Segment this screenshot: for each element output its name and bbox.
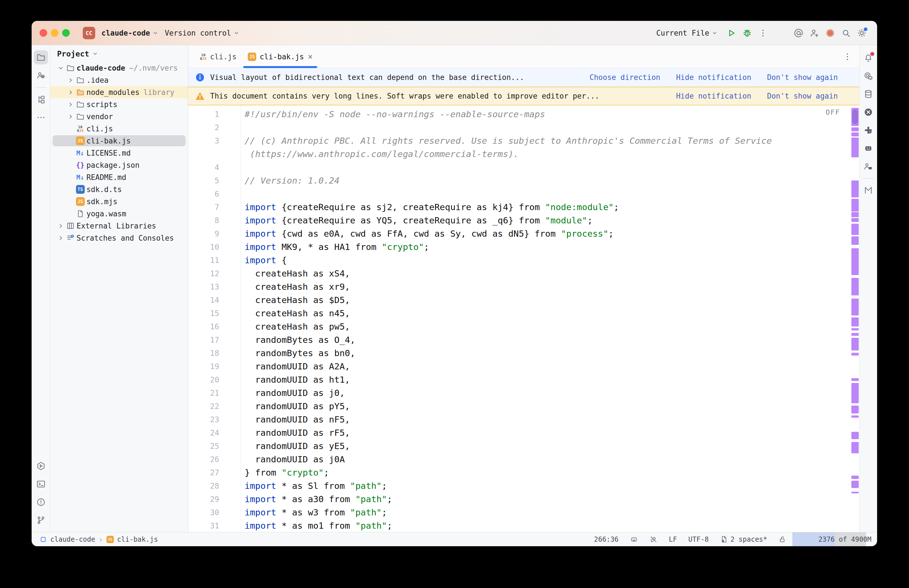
code-line-10[interactable]: 10import MK9, * as HA1 from "crypto";	[188, 240, 859, 254]
banner-link-hide-notification[interactable]: Hide notification	[676, 92, 751, 100]
code-line-7[interactable]: 7import {createRequire as sj2, createReq…	[188, 200, 859, 214]
toolwindow-database-button[interactable]	[861, 87, 875, 101]
code-line-16[interactable]: 16 createHash as pw5,	[188, 320, 859, 333]
highlighting-status[interactable]	[644, 532, 663, 546]
scrollbar-thumb[interactable]	[852, 109, 858, 124]
toolwindow-copilot-button[interactable]	[861, 141, 875, 155]
chevron-right-icon[interactable]	[66, 77, 75, 84]
code-line-12[interactable]: 12 createHash as xS4,	[188, 267, 859, 280]
code-line-15[interactable]: 15 createHash as n45,	[188, 307, 859, 320]
tree-item-sdk-mjs[interactable]: JSsdk.mjs	[50, 195, 188, 208]
code-editor[interactable]: 1#!/usr/bin/env -S node --no-warnings --…	[188, 105, 859, 532]
code-line-29[interactable]: 29import * as a30 from "path";	[188, 493, 859, 506]
toolwindow-plugin-plus-button[interactable]	[861, 123, 875, 137]
project-panel-header[interactable]: Project	[50, 45, 188, 62]
line-separator[interactable]: LF	[663, 532, 683, 546]
toolwindow-more-tool-windows-button[interactable]	[34, 110, 48, 124]
toolwindow-terminal-button[interactable]	[34, 477, 48, 491]
toolwindow-ai-assistant-button[interactable]	[861, 69, 875, 83]
code-line-5[interactable]: 5// Version: 1.0.24	[188, 174, 859, 187]
breadcrumb-project[interactable]: claude-code	[50, 535, 95, 543]
banner-link-don-t-show-again[interactable]: Don't show again	[767, 73, 838, 82]
code-line-6[interactable]: 6	[188, 187, 859, 200]
chevron-right-icon[interactable]	[66, 89, 75, 96]
tree-item-node-modules[interactable]: node_moduleslibrary	[50, 86, 188, 98]
chevron-right-icon[interactable]	[57, 235, 65, 241]
debug-button[interactable]	[739, 25, 755, 41]
code-line-4[interactable]: 4	[188, 161, 859, 174]
tree-item-vendor[interactable]: vendor	[50, 110, 188, 123]
code-line-30[interactable]: 30import * as w3 from "path";	[188, 506, 859, 519]
tree-item-claude-code[interactable]: claude-code~/.nvm/vers	[50, 62, 188, 74]
chevron-right-icon[interactable]	[66, 101, 75, 108]
indent-style[interactable]: 2 spaces*	[714, 532, 773, 546]
banner-link-don-t-show-again[interactable]: Don't show again	[767, 92, 838, 100]
file-writable[interactable]	[773, 532, 792, 546]
at-mention-icon[interactable]	[791, 25, 806, 41]
toolwindow-code-with-me-button[interactable]	[861, 159, 875, 173]
tree-item-sdk-d-ts[interactable]: TSsdk.d.ts	[50, 183, 188, 195]
editor-tab-cli-bak-js[interactable]: JScli-bak.js×	[242, 45, 318, 68]
code-line-28[interactable]: 28import * as Sl from "path";	[188, 479, 859, 493]
code-line-24[interactable]: 24 randomUUID as rF5,	[188, 426, 859, 439]
code-line-21[interactable]: 21 randomUUID as j0,	[188, 386, 859, 400]
search-everywhere-icon[interactable]	[838, 25, 854, 41]
tree-item-cli-bak-js[interactable]: JScli-bak.js	[50, 135, 188, 147]
copilot-status[interactable]	[624, 532, 644, 546]
banner-link-choose-direction[interactable]: Choose direction	[589, 73, 660, 82]
tab-options-button[interactable]	[840, 49, 855, 65]
toolwindow-structure-button[interactable]	[34, 92, 48, 107]
code-line-23[interactable]: 23 randomUUID as nF5,	[188, 413, 859, 426]
settings-button[interactable]	[854, 25, 870, 41]
code-line-31[interactable]: 31import * as mo1 from "path";	[188, 519, 859, 532]
code-line-19[interactable]: 19 randomUUID as A2A,	[188, 360, 859, 373]
vcs-widget[interactable]: Version control	[165, 29, 239, 37]
code-line-27[interactable]: 27} from "crypto";	[188, 466, 859, 479]
code-line-26[interactable]: 26 randomUUID as j0A	[188, 453, 859, 466]
code-line-17[interactable]: 17 randomBytes as O_4,	[188, 333, 859, 347]
code-line-18[interactable]: 18 randomBytes as bn0,	[188, 347, 859, 360]
close-tab-icon[interactable]: ×	[308, 52, 313, 61]
code-line-20[interactable]: 20 randomUUID as ht1,	[188, 373, 859, 386]
toolwindow-m-tool-window-button[interactable]	[861, 183, 875, 197]
run-configuration-selector[interactable]: Current File	[656, 29, 718, 37]
code-line-8[interactable]: 8import {createRequire as YQ5, createReq…	[188, 214, 859, 227]
chevron-right-icon[interactable]	[66, 113, 75, 120]
file-encoding[interactable]: UTF-8	[683, 532, 714, 546]
project-widget[interactable]: claude-code	[102, 29, 158, 37]
run-button[interactable]	[723, 25, 739, 41]
chevron-down-icon[interactable]	[57, 65, 65, 71]
code-line-wrap[interactable]: (https://www.anthropic.com/legal/commerc…	[188, 147, 859, 161]
minimize-window-button[interactable]	[51, 29, 58, 37]
caret-position[interactable]: 266:36	[588, 532, 624, 546]
memory-indicator[interactable]: 2376 of 4900M	[792, 532, 877, 546]
more-options-icon[interactable]	[755, 25, 771, 41]
tree-item-readme-md[interactable]: M↓README.md	[50, 171, 188, 183]
toolwindow-plugin-x-circle-button[interactable]	[861, 105, 875, 119]
breadcrumb-file[interactable]: cli-bak.js	[117, 535, 158, 543]
code-line-1[interactable]: 1#!/usr/bin/env -S node --no-warnings --…	[188, 108, 859, 121]
toolwindow-pull-requests-button[interactable]: ?	[34, 68, 48, 82]
code-line-13[interactable]: 13 createHash as xr9,	[188, 280, 859, 294]
toolwindow-project-button[interactable]	[34, 50, 48, 65]
code-line-25[interactable]: 25 randomUUID as yE5,	[188, 439, 859, 453]
code-line-11[interactable]: 11import {	[188, 254, 859, 267]
zoom-window-button[interactable]	[62, 29, 70, 37]
tree-item-scratches-and-consoles[interactable]: Scratches and Consoles	[50, 232, 188, 244]
tree-item-yoga-wasm[interactable]: yoga.wasm	[50, 208, 188, 220]
tree-item-external-libraries[interactable]: External Libraries	[50, 220, 188, 232]
tree-item-cli-js[interactable]: 100JScli.js	[50, 123, 188, 135]
close-window-button[interactable]	[40, 29, 47, 37]
toolwindow-services-button[interactable]	[34, 459, 48, 473]
toolwindow-problems-button[interactable]	[34, 495, 48, 509]
tree-item-license-md[interactable]: M↓LICENSE.md	[50, 147, 188, 159]
tree-item--idea[interactable]: .idea	[50, 74, 188, 86]
code-line-9[interactable]: 9import {cwd as e0A, cwd as FfA, cwd as …	[188, 227, 859, 240]
code-line-14[interactable]: 14 createHash as $D5,	[188, 294, 859, 307]
toolwindow-version-control-button[interactable]	[34, 513, 48, 527]
claude-icon[interactable]	[822, 25, 838, 41]
add-user-icon[interactable]	[806, 25, 822, 41]
code-line-22[interactable]: 22 randomUUID as pY5,	[188, 400, 859, 413]
code-line-2[interactable]: 2	[188, 121, 859, 134]
editor-scrollbar[interactable]	[851, 105, 859, 532]
